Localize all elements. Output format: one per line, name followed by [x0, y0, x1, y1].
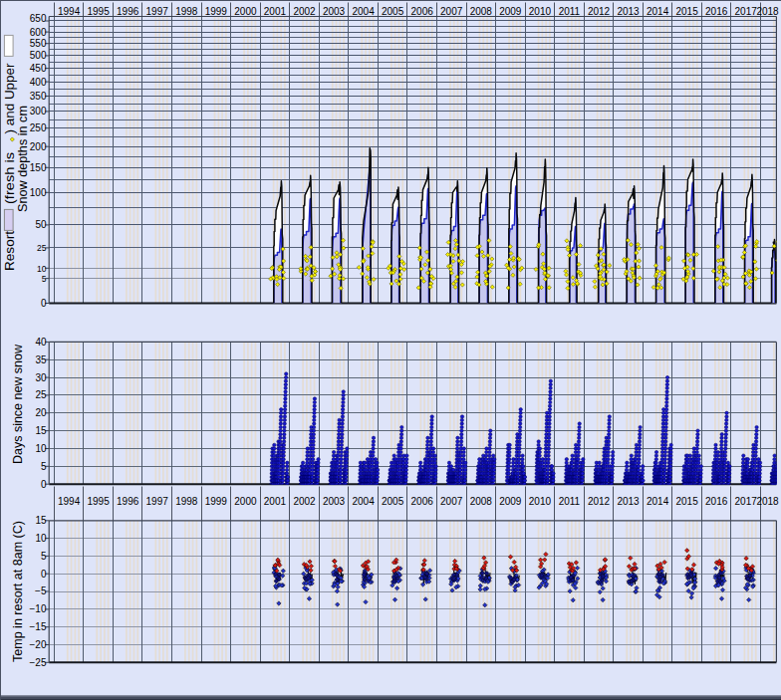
- svg-text:600: 600: [30, 27, 47, 38]
- svg-text:0: 0: [41, 298, 47, 309]
- svg-text:1998: 1998: [175, 6, 198, 17]
- svg-text:1996: 1996: [117, 6, 139, 17]
- svg-text:2004: 2004: [352, 496, 375, 507]
- svg-text:2011: 2011: [559, 6, 581, 17]
- svg-text:450: 450: [30, 63, 47, 74]
- svg-text:2013: 2013: [617, 496, 640, 507]
- svg-text:2011: 2011: [559, 496, 581, 507]
- svg-text:50: 50: [35, 219, 47, 230]
- svg-text:10: 10: [35, 533, 47, 544]
- svg-text:2000: 2000: [234, 6, 257, 17]
- svg-text:2015: 2015: [675, 496, 698, 507]
- svg-text:1996: 1996: [117, 496, 139, 507]
- svg-text:5: 5: [42, 274, 47, 284]
- svg-text:15: 15: [35, 515, 47, 526]
- svg-text:2007: 2007: [440, 496, 463, 507]
- svg-text:−5: −5: [35, 585, 47, 596]
- svg-text:0: 0: [41, 569, 47, 580]
- svg-text:2016: 2016: [705, 496, 728, 507]
- svg-text:35: 35: [35, 354, 47, 365]
- svg-text:2018: 2018: [756, 496, 779, 507]
- svg-text:2018: 2018: [756, 6, 779, 17]
- svg-text:2005: 2005: [382, 496, 404, 507]
- svg-text:2017: 2017: [735, 6, 758, 17]
- svg-text:2005: 2005: [382, 6, 404, 17]
- svg-text:2014: 2014: [647, 6, 669, 17]
- svg-text:2014: 2014: [647, 496, 669, 507]
- svg-text:2012: 2012: [588, 496, 611, 507]
- svg-text:300: 300: [30, 106, 47, 117]
- svg-text:0: 0: [41, 479, 47, 490]
- svg-text:10: 10: [35, 443, 47, 454]
- svg-text:150: 150: [30, 162, 47, 173]
- svg-text:400: 400: [30, 77, 47, 88]
- svg-text:1999: 1999: [205, 6, 228, 17]
- svg-text:1997: 1997: [146, 6, 169, 17]
- svg-text:2017: 2017: [735, 496, 758, 507]
- svg-text:2002: 2002: [293, 496, 316, 507]
- svg-text:1997: 1997: [146, 496, 169, 507]
- svg-text:200: 200: [30, 141, 47, 152]
- svg-text:2000: 2000: [234, 496, 257, 507]
- svg-text:25: 25: [37, 243, 47, 253]
- svg-text:25: 25: [35, 389, 47, 400]
- svg-text:2006: 2006: [411, 496, 434, 507]
- svg-text:5: 5: [41, 461, 47, 472]
- svg-text:(fresh is: (fresh is: [3, 152, 17, 204]
- svg-text:Temp in resort at 8am (C): Temp in resort at 8am (C): [11, 521, 25, 662]
- svg-text:350: 350: [30, 91, 47, 102]
- svg-text:2016: 2016: [705, 6, 728, 17]
- svg-text:2015: 2015: [675, 6, 698, 17]
- svg-text:2008: 2008: [470, 6, 493, 17]
- svg-text:2009: 2009: [499, 496, 522, 507]
- svg-text:30: 30: [35, 372, 47, 383]
- svg-text:2009: 2009: [499, 6, 522, 17]
- svg-text:Resort: Resort: [3, 230, 17, 271]
- svg-text:5: 5: [41, 551, 47, 562]
- svg-text:1994: 1994: [58, 6, 81, 17]
- svg-text:15: 15: [35, 425, 47, 436]
- svg-text:2007: 2007: [440, 6, 463, 17]
- svg-text:Days since new snow: Days since new snow: [11, 344, 25, 464]
- svg-text:Snow depths in cm: Snow depths in cm: [16, 106, 30, 212]
- svg-text:250: 250: [30, 122, 47, 133]
- svg-text:2012: 2012: [588, 6, 611, 17]
- svg-text:2001: 2001: [264, 6, 287, 17]
- svg-text:1995: 1995: [87, 6, 110, 17]
- svg-text:550: 550: [30, 38, 47, 49]
- svg-text:650: 650: [30, 13, 47, 24]
- svg-text:40: 40: [35, 337, 47, 348]
- svg-text:) and Upper: ) and Upper: [3, 64, 17, 134]
- svg-text:−15: −15: [30, 621, 47, 632]
- svg-text:1998: 1998: [175, 496, 198, 507]
- svg-text:−20: −20: [30, 639, 47, 650]
- svg-text:2003: 2003: [323, 6, 346, 17]
- svg-text:2013: 2013: [617, 6, 640, 17]
- svg-text:2008: 2008: [470, 496, 493, 507]
- svg-text:2004: 2004: [352, 6, 375, 17]
- svg-text:500: 500: [30, 50, 47, 61]
- svg-text:2003: 2003: [323, 496, 346, 507]
- svg-text:2010: 2010: [529, 496, 552, 507]
- svg-text:2010: 2010: [529, 6, 552, 17]
- svg-text:1994: 1994: [58, 496, 81, 507]
- svg-text:2002: 2002: [293, 6, 316, 17]
- svg-text:2001: 2001: [264, 496, 287, 507]
- svg-text:1995: 1995: [87, 496, 110, 507]
- svg-text:20: 20: [35, 407, 47, 418]
- svg-text:10: 10: [37, 264, 47, 274]
- svg-text:100: 100: [30, 187, 47, 198]
- svg-text:2006: 2006: [411, 6, 434, 17]
- svg-text:1999: 1999: [205, 496, 228, 507]
- svg-text:−10: −10: [30, 603, 47, 614]
- svg-text:−25: −25: [30, 657, 47, 668]
